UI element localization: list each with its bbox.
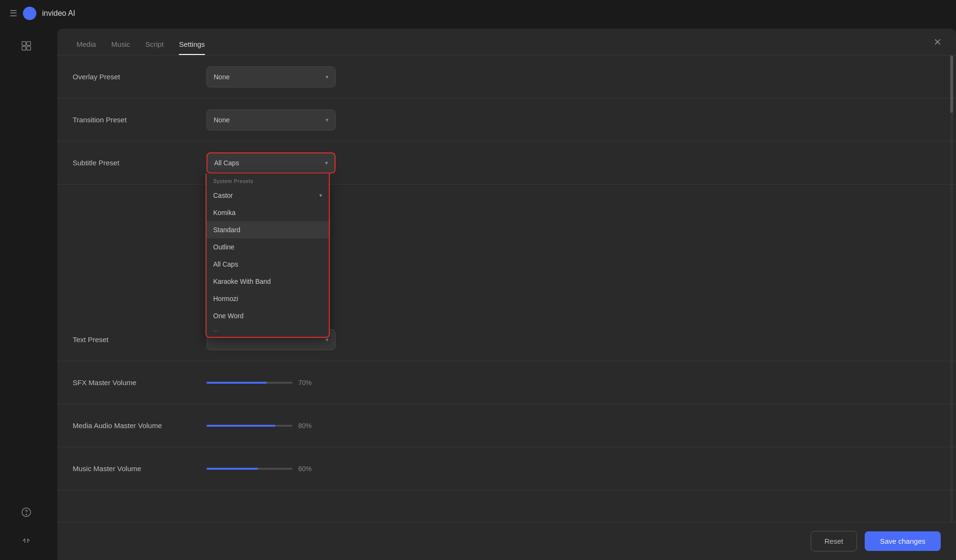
media-audio-slider-group: 80%: [206, 422, 315, 430]
tab-settings[interactable]: Settings: [171, 40, 212, 55]
tab-media[interactable]: Media: [69, 40, 104, 55]
preset-outline[interactable]: Outline: [206, 238, 329, 256]
castor-expand-icon: ▾: [319, 192, 322, 199]
svg-rect-2: [22, 42, 26, 45]
tab-music[interactable]: Music: [104, 40, 138, 55]
scrollbar-track[interactable]: [950, 55, 953, 522]
media-audio-volume-slider[interactable]: [206, 425, 293, 427]
music-volume-label: Music Master Volume: [73, 464, 206, 473]
svg-point-1: [28, 11, 32, 15]
system-presets-label: System Presets: [206, 173, 329, 187]
preset-more[interactable]: ···: [206, 324, 329, 337]
preset-hormozi[interactable]: Hormozi: [206, 290, 329, 307]
subtitle-dropdown-menu: System Presets Castor ▾ Komika Standard: [206, 173, 330, 338]
text-preset-row: Text Preset ▾: [57, 318, 956, 361]
transition-preset-label: Transition Preset: [73, 116, 206, 124]
subtitle-preset-row: Subtitle Preset All Caps ▾ System Preset…: [57, 141, 956, 184]
subtitle-preset-value: All Caps: [214, 159, 239, 167]
sfx-volume-slider-group: 70%: [206, 379, 315, 387]
preset-standard[interactable]: Standard: [206, 221, 329, 238]
scrollbar-thumb[interactable]: [950, 55, 953, 113]
transition-preset-value: None: [214, 116, 229, 124]
overlay-preset-value: None: [214, 73, 229, 81]
save-button[interactable]: Save changes: [865, 531, 941, 551]
music-volume-row: Music Master Volume 60%: [57, 447, 956, 490]
transition-preset-row: Transition Preset None ▾: [57, 98, 956, 141]
app-logo: [23, 7, 36, 20]
subtitle-preset-control: All Caps ▾ System Presets Castor ▾ Komik…: [206, 152, 941, 173]
grid-icon[interactable]: [17, 36, 36, 55]
overlay-preset-dropdown[interactable]: None ▾: [206, 66, 336, 87]
preset-all-caps[interactable]: All Caps: [206, 256, 329, 273]
settings-content: Overlay Preset None ▾ Transition Preset …: [57, 55, 956, 522]
svg-rect-4: [22, 46, 26, 50]
overlay-preset-trigger[interactable]: None ▾: [206, 66, 336, 87]
sfx-volume-control: 70%: [206, 379, 941, 387]
preset-karaoke-with-band[interactable]: Karaoke With Band: [206, 273, 329, 290]
media-audio-volume-label: Media Audio Master Volume: [73, 421, 206, 430]
subtitle-preset-label: Subtitle Preset: [73, 159, 206, 167]
svg-point-7: [26, 514, 27, 515]
subtitle-preset-trigger[interactable]: All Caps ▾: [206, 152, 336, 173]
tab-script[interactable]: Script: [138, 40, 171, 55]
settings-modal: Media Music Script Settings ✕ Overlay Pr…: [57, 29, 956, 560]
subtitle-chevron-icon: ▾: [325, 160, 328, 166]
sfx-volume-label: SFX Master Volume: [73, 378, 206, 387]
music-slider-group: 60%: [206, 465, 315, 473]
close-button[interactable]: ✕: [930, 35, 945, 49]
transition-chevron-icon: ▾: [326, 117, 328, 123]
tab-bar: Media Music Script Settings ✕: [57, 29, 956, 55]
preset-one-word[interactable]: One Word: [206, 307, 329, 324]
overlay-preset-row: Overlay Preset None ▾: [57, 55, 956, 98]
text-preset-label: Text Preset: [73, 335, 206, 344]
overlay-preset-label: Overlay Preset: [73, 73, 206, 81]
topbar: ☰ invideo AI: [0, 0, 956, 27]
svg-rect-5: [27, 46, 31, 50]
music-volume-value: 60%: [298, 465, 315, 473]
sfx-volume-slider[interactable]: [206, 382, 293, 384]
bottom-bar: Reset Save changes: [57, 522, 956, 560]
overlay-preset-control: None ▾: [206, 66, 941, 87]
sfx-volume-row: SFX Master Volume 70%: [57, 361, 956, 404]
svg-rect-3: [27, 42, 31, 45]
transition-preset-control: None ▾: [206, 109, 941, 130]
transition-preset-dropdown[interactable]: None ▾: [206, 109, 336, 130]
media-audio-volume-control: 80%: [206, 422, 941, 430]
help-icon[interactable]: [17, 503, 36, 522]
music-volume-slider[interactable]: [206, 468, 293, 470]
music-volume-control: 60%: [206, 465, 941, 473]
overlay-chevron-icon: ▾: [326, 74, 328, 80]
sfx-volume-value: 70%: [298, 379, 315, 387]
transition-preset-trigger[interactable]: None ▾: [206, 109, 336, 130]
sidebar: [0, 27, 53, 560]
expand-icon[interactable]: [17, 531, 36, 550]
app-title: invideo AI: [42, 9, 75, 18]
media-audio-volume-value: 80%: [298, 422, 315, 430]
menu-icon[interactable]: ☰: [10, 8, 17, 19]
preset-komika[interactable]: Komika: [206, 204, 329, 221]
preset-castor[interactable]: Castor ▾: [206, 187, 329, 204]
subtitle-preset-dropdown[interactable]: All Caps ▾ System Presets Castor ▾ Komik…: [206, 152, 336, 173]
media-audio-volume-row: Media Audio Master Volume 80%: [57, 404, 956, 447]
reset-button[interactable]: Reset: [811, 531, 857, 551]
